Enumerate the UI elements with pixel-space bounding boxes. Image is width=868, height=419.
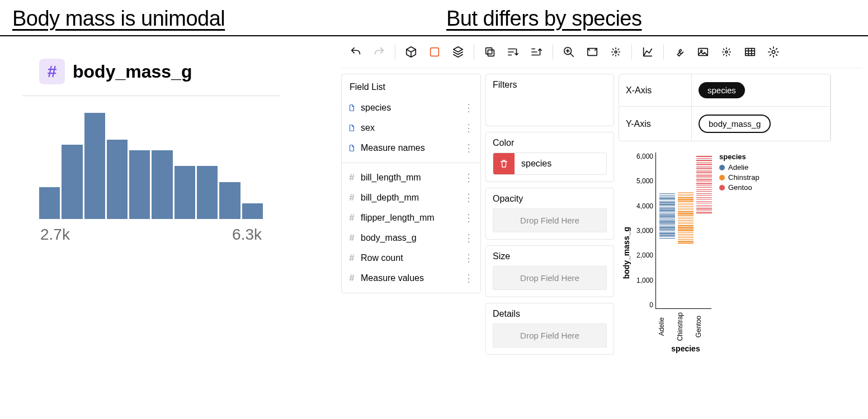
divider (22, 96, 280, 96)
axes-button[interactable] (638, 42, 658, 62)
gear-small-icon (720, 46, 733, 58)
legend-swatch (719, 175, 725, 180)
table-button[interactable] (740, 42, 760, 62)
layers-icon (452, 46, 464, 58)
more-icon[interactable]: ⋮ (464, 102, 475, 114)
hist-bar (152, 150, 172, 220)
settings-button[interactable] (763, 42, 784, 62)
left-panel: # body_mass_g 2.7k 6.3k (0, 36, 336, 416)
axes-icon (641, 46, 654, 58)
x-tick: Chinstrap (676, 312, 695, 341)
hist-bar (242, 203, 263, 220)
undo-button[interactable] (346, 42, 366, 62)
document-icon (347, 144, 356, 152)
gear-small-button[interactable] (606, 42, 626, 62)
more-icon[interactable]: ⋮ (464, 122, 475, 134)
hist-bar (84, 113, 105, 219)
drop-target[interactable]: Drop Field Here (493, 266, 607, 290)
drop-target[interactable]: Drop Field Here (493, 208, 607, 232)
hash-icon: # (347, 233, 356, 243)
copy-button[interactable] (480, 42, 500, 62)
gear-small2-button[interactable] (716, 42, 737, 62)
svg-point-8 (725, 51, 728, 53)
field-label: bill_depth_mm (361, 193, 419, 203)
field-label: species (361, 103, 391, 113)
more-icon[interactable]: ⋮ (464, 252, 475, 264)
settings-icon (767, 46, 780, 58)
field-list-item[interactable]: sex⋮ (342, 118, 480, 138)
hist-bar (174, 166, 195, 219)
hist-x-min: 2.7k (40, 226, 70, 244)
rect-button[interactable] (424, 42, 445, 62)
more-icon[interactable]: ⋮ (464, 172, 475, 184)
redo-button[interactable] (369, 42, 389, 62)
field-list-item[interactable]: #body_mass_g⋮ (342, 228, 480, 248)
field-list-item[interactable]: #Measure values⋮ (342, 268, 480, 288)
axis-shelves: X-Axis species Y-Axis body_mass_g (619, 74, 831, 141)
color-chip[interactable]: species (493, 153, 607, 175)
sort-desc-icon (531, 46, 543, 58)
y-tick: 6,000 (636, 153, 653, 160)
svg-rect-1 (488, 50, 494, 56)
y-tick: 2,000 (636, 251, 653, 259)
opacity-shelf[interactable]: Opacity Drop Field Here (485, 188, 614, 240)
field-label: body_mass_g (361, 233, 417, 243)
sort-asc-button[interactable] (503, 42, 523, 62)
field-label: sex (361, 123, 375, 133)
field-list-header: Field List (342, 80, 480, 98)
rect-icon (428, 46, 441, 58)
wrench-button[interactable] (669, 42, 690, 62)
legend-item: Gentoo (719, 183, 760, 192)
hist-bar (107, 140, 128, 220)
redo-icon (373, 46, 385, 58)
field-label: Measure names (361, 143, 425, 153)
more-icon[interactable]: ⋮ (464, 192, 475, 204)
table-icon (744, 46, 756, 58)
hash-icon: # (347, 213, 356, 223)
filters-shelf[interactable]: Filters (485, 74, 614, 126)
x-axis-chip[interactable]: species (699, 82, 745, 98)
more-icon[interactable]: ⋮ (464, 272, 475, 284)
size-shelf[interactable]: Size Drop Field Here (485, 245, 614, 297)
zoom-in-button[interactable] (559, 42, 579, 62)
image-button[interactable] (693, 42, 713, 62)
svg-point-7 (701, 50, 702, 52)
field-list-item[interactable]: #bill_length_mm⋮ (342, 168, 480, 188)
x-tick: Adelie (658, 312, 676, 341)
field-list-item[interactable]: #bill_depth_mm⋮ (342, 188, 480, 208)
y-axis-chip[interactable]: body_mass_g (699, 115, 771, 133)
svg-point-5 (615, 51, 617, 53)
more-icon[interactable]: ⋮ (464, 212, 475, 224)
details-shelf[interactable]: Details Drop Field Here (485, 303, 614, 355)
hist-x-max: 6.3k (232, 226, 262, 244)
field-list-item[interactable]: #Row count⋮ (342, 248, 480, 268)
more-icon[interactable]: ⋮ (464, 232, 475, 244)
strip-chart: body_mass_g 6,0005,0004,0003,0002,0001,0… (619, 149, 831, 353)
svg-rect-0 (431, 48, 439, 56)
cube-button[interactable] (401, 42, 421, 62)
drop-target[interactable]: Drop Field Here (493, 323, 607, 347)
color-shelf[interactable]: Color species (485, 132, 614, 182)
field-list-item[interactable]: #flipper_length_mm⋮ (342, 208, 480, 228)
x-axis-label: X-Axis (619, 74, 692, 107)
hist-bar (39, 187, 60, 219)
legend-item: Chinstrap (719, 173, 760, 182)
image-icon (697, 46, 709, 58)
field-list-item[interactable]: Measure names⋮ (342, 138, 480, 158)
hash-icon: # (347, 273, 356, 283)
fit-button[interactable] (582, 42, 602, 62)
hist-bar (219, 182, 240, 220)
field-list-item[interactable]: species⋮ (342, 98, 480, 118)
sort-desc-button[interactable] (527, 42, 547, 62)
histogram: 2.7k 6.3k (39, 113, 263, 244)
layers-button[interactable] (448, 42, 468, 62)
trash-icon[interactable] (493, 153, 515, 174)
hash-icon: # (347, 253, 356, 263)
page-title-left: Body mass is unimodal (0, 0, 434, 35)
right-panel: Field List species⋮sex⋮Measure names⋮ #b… (336, 36, 868, 416)
legend-item: Adelie (719, 163, 760, 172)
document-icon (347, 124, 356, 132)
fit-icon (586, 46, 598, 58)
more-icon[interactable]: ⋮ (464, 142, 475, 154)
header-row: Body mass is unimodal But differs by spe… (0, 0, 868, 36)
